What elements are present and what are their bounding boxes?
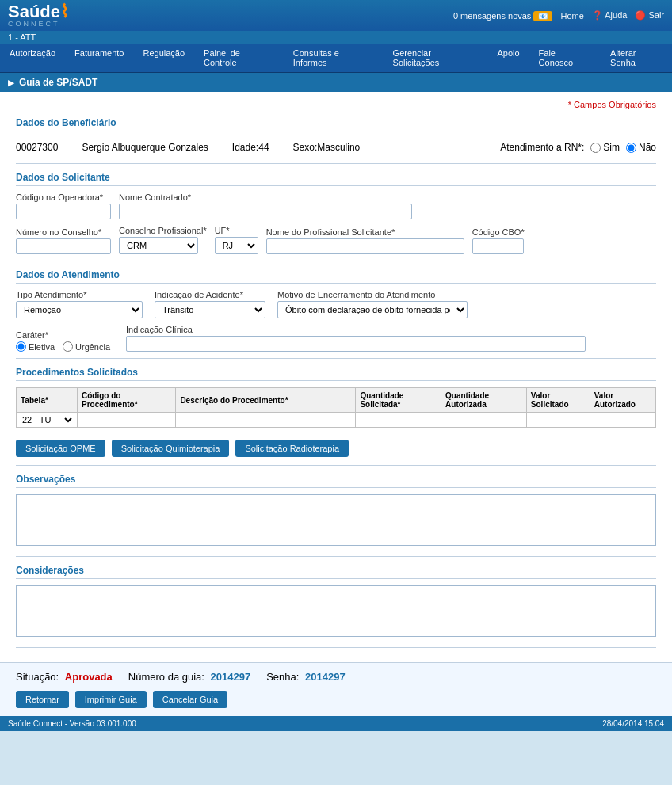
home-link[interactable]: Home (560, 11, 583, 21)
codigo-proc-input[interactable]: 130710014 (80, 415, 151, 425)
tipo-atendimento-group: Tipo Atendimento* Remoção (16, 290, 143, 318)
tabela-select[interactable]: 22 - TU (19, 414, 74, 425)
codigo-operadora-label: Código na Operadora* (16, 192, 111, 202)
retornar-button[interactable]: Retornar (16, 691, 69, 708)
proc-valor-aut[interactable]: 72,51 (590, 413, 655, 428)
bottom-version: Saúde Connect - Versão 03.001.000 (8, 719, 136, 728)
proc-qtd-aut[interactable]: 1,0000 (441, 413, 527, 428)
main-content: * Campos Obrigatórios Dados do Beneficiá… (0, 92, 672, 662)
proc-qtd-sol[interactable]: 1,0000 (356, 413, 441, 428)
carater-eletiva-label[interactable]: Eletiva (16, 341, 55, 352)
motivo-group: Motivo de Encerramento do Atendimento Ób… (277, 290, 468, 318)
nome-prof-group: Nome do Profissional Solicitante* MARIA … (266, 227, 464, 254)
valor-aut-input[interactable]: 72,51 (593, 415, 636, 425)
conselho-prof-group: Conselho Profissional* CRM (119, 226, 207, 254)
indicacao-clinica-input[interactable] (126, 336, 586, 352)
nav-alterar[interactable]: Alterar Senha (601, 44, 672, 72)
indicacao-clinica-label: Indicação Clínica (126, 325, 586, 334)
proc-descricao[interactable]: Fios ou pinos metálicos transósseos (176, 413, 356, 428)
uf-select[interactable]: RJ (215, 237, 258, 254)
tipo-atendimento-label: Tipo Atendimento* (16, 290, 143, 299)
action-buttons: Retornar Imprimir Guia Cancelar Guia (16, 691, 656, 708)
solicitacao-radio-button[interactable]: Solicitação Radioterapia (235, 440, 349, 457)
cancelar-button[interactable]: Cancelar Guia (153, 691, 227, 708)
carater-label: Caráter* (16, 330, 110, 340)
tipo-atendimento-select[interactable]: Remoção (16, 301, 143, 318)
carater-eletiva-radio[interactable] (16, 341, 26, 352)
section-beneficiario: Dados do Beneficiário (16, 117, 656, 131)
situacao-value: Aprovada (65, 671, 113, 683)
nav-apoio[interactable]: Apoio (487, 44, 529, 72)
page-title: Guia de SP/SADT (0, 73, 672, 92)
carater-group: Caráter* Eletiva Urgência (16, 330, 110, 352)
uf-group: UF* RJ (215, 226, 258, 254)
proc-codigo[interactable]: 130710014 (78, 413, 176, 428)
qtd-sol-input[interactable]: 1,0000 (358, 415, 410, 425)
guia-value: 2014297 (211, 671, 251, 683)
col-valor-sol: Valor Solicitado (526, 388, 590, 413)
section-procedimentos: Procedimentos Solicitados (16, 367, 656, 381)
proc-tabela[interactable]: 22 - TU (17, 413, 78, 428)
rn-sim-radio[interactable] (590, 143, 601, 153)
descricao-proc-input[interactable]: Fios ou pinos metálicos transósseos (178, 415, 353, 425)
status-footer: Situação: Aprovada Número da guia: 20142… (0, 662, 672, 716)
rn-nao-radio[interactable] (626, 143, 636, 153)
solicitacao-opme-button[interactable]: Solicitação OPME (16, 440, 105, 457)
col-codigo: Código do Procedimento* (78, 388, 176, 413)
imprimir-button[interactable]: Imprimir Guia (75, 691, 147, 708)
proc-valor-sol[interactable]: 72,51 (526, 413, 590, 428)
numero-conselho-group: Número no Conselho* 52459455A (16, 227, 111, 254)
col-qtd-aut: Quantidade Autorizada (441, 388, 527, 413)
motivo-select[interactable]: Óbito com declaração de óbito fornecida … (277, 301, 468, 318)
atendimento-row1: Tipo Atendimento* Remoção Indicação de A… (16, 290, 656, 318)
qtd-aut-input[interactable]: 1,0000 (444, 415, 495, 425)
senha-value: 2014297 (305, 671, 346, 683)
nome-contratado-input[interactable]: MARIA JOAQUINA DA SILVA (119, 204, 412, 219)
carater-radio-group: Eletiva Urgência (16, 341, 110, 352)
exit-link[interactable]: 🔴 Sair (635, 10, 664, 21)
messages-count: 0 mensagens novas 📧 (453, 11, 553, 21)
rn-nao-label[interactable]: Não (626, 142, 656, 153)
bottom-date: 28/04/2014 15:04 (602, 719, 664, 728)
beneficiary-name: Sergio Albuquerque Gonzales (82, 142, 208, 153)
valor-sol-input[interactable]: 72,51 (529, 415, 573, 425)
section-atendimento: Dados do Atendimento (16, 269, 656, 284)
senha-label: Senha: 2014297 (266, 671, 345, 683)
status-bar: 1 - ATT (0, 31, 672, 44)
indicacao-clinica-group: Indicação Clínica (126, 325, 586, 352)
rn-sim-label[interactable]: Sim (590, 142, 620, 153)
consideracoes-textarea[interactable] (16, 585, 656, 637)
proc-buttons: Solicitação OPME Solicitação Quimioterap… (16, 440, 656, 457)
nav-regulacao[interactable]: Regulação (133, 44, 194, 72)
situacao-label: Situação: Aprovada (16, 671, 113, 683)
indicacao-acidente-group: Indicação de Acidente* Trânsito (155, 290, 265, 318)
codigo-cbo-label: Código CBO* (472, 227, 525, 237)
nome-prof-input[interactable]: MARIA JOAQUINA DA SILVA (266, 238, 464, 254)
nav-autorizacao[interactable]: Autorização (0, 44, 65, 72)
nav-gerenciar[interactable]: Gerenciar Solicitações (384, 44, 488, 72)
carater-row: Caráter* Eletiva Urgência Indicação Clín… (16, 325, 656, 352)
conselho-prof-label: Conselho Profissional* (119, 226, 207, 235)
col-descricao: Descrição do Procedimento* (176, 388, 356, 413)
procedures-table: Tabela* Código do Procedimento* Descriçã… (16, 387, 656, 428)
beneficiary-code: 00027300 (16, 142, 58, 153)
logo-connect: CONNECT (8, 21, 69, 28)
nav-painel[interactable]: Painel de Controle (194, 44, 284, 72)
nav-bar: Autorização Faturamento Regulação Painel… (0, 44, 672, 73)
nav-faturamento[interactable]: Faturamento (65, 44, 133, 72)
observacoes-textarea[interactable] (16, 494, 656, 546)
solicitacao-quimio-button[interactable]: Solicitação Quimioterapia (112, 440, 230, 457)
numero-conselho-input[interactable]: 52459455A (16, 238, 111, 254)
indicacao-acidente-select[interactable]: Trânsito (155, 301, 265, 318)
codigo-cbo-group: Código CBO* 225215 (472, 227, 525, 254)
carater-urgencia-label[interactable]: Urgência (63, 341, 110, 352)
codigo-cbo-input[interactable]: 225215 (472, 238, 524, 254)
codigo-operadora-input[interactable]: 1000 (16, 204, 111, 219)
nav-fale[interactable]: Fale Conosco (529, 44, 601, 72)
carater-urgencia-radio[interactable] (63, 341, 73, 352)
nav-consultas[interactable]: Consultas e Informes (284, 44, 384, 72)
top-right-bar: 0 mensagens novas 📧 Home ❓ Ajuda 🔴 Sair (453, 10, 664, 21)
conselho-prof-select[interactable]: CRM (119, 237, 198, 254)
nome-contratado-label: Nome Contratado* (119, 192, 412, 202)
help-link[interactable]: ❓ Ajuda (592, 10, 628, 21)
